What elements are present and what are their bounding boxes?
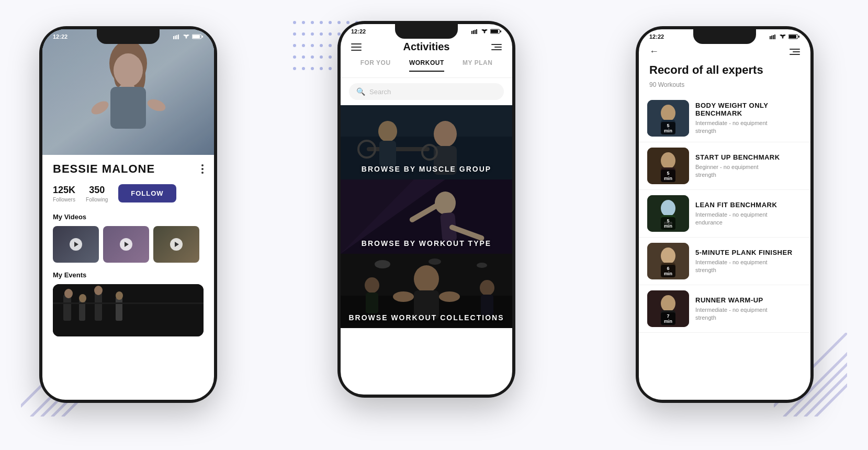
browse-card-collections[interactable]: BROWSE WORKOUT COLLECTIONS: [341, 254, 512, 328]
profile-hero: [42, 29, 214, 155]
svg-rect-43: [476, 29, 477, 34]
workout-thumb-4: 6min: [647, 243, 689, 279]
record-page-title: Record of all experts: [639, 63, 810, 81]
phone3-status-time: 12:22: [649, 33, 664, 40]
profile-stats: 125K Followers 350 Following FOLLOW: [53, 184, 204, 203]
svg-point-44: [484, 32, 486, 33]
my-events-title: My Events: [53, 271, 204, 279]
workout-desc-4: Intermediate - no equipmentstrength: [695, 258, 802, 275]
video-thumb-3[interactable]: [153, 226, 199, 263]
profile-name-row: BESSIE MALONE: [53, 162, 204, 176]
browse-muscle-label: BROWSE BY MUSCLE GROUP: [341, 159, 512, 179]
follow-button[interactable]: FOLLOW: [118, 184, 176, 203]
workout-item[interactable]: min 5min LEAN FIT BENCHMARK Intermediate…: [639, 190, 810, 238]
svg-rect-40: [471, 31, 472, 34]
svg-rect-83: [774, 35, 775, 39]
svg-rect-39: [53, 284, 204, 336]
workout-count: 90 Workouts: [639, 81, 810, 95]
workout-desc-1: Intermediate - no equipmentstrength: [695, 119, 802, 136]
svg-rect-41: [473, 30, 474, 34]
phone2-status-time: 12:22: [351, 28, 366, 35]
phone3-status-icons: [770, 33, 800, 40]
events-banner[interactable]: DYNAMIC RESTORATIVE: [53, 284, 204, 336]
svg-point-84: [782, 37, 784, 39]
svg-rect-21: [173, 36, 174, 39]
svg-rect-20: [42, 29, 214, 155]
workout-name-2: START UP BENCHMARK: [695, 153, 802, 161]
following-count: 350: [86, 185, 108, 196]
workout-info-1: BODY WEIGHT ONLY BENCHMARK Intermediate …: [695, 102, 802, 136]
hamburger-icon[interactable]: [351, 43, 362, 51]
workout-thumb-3: min 5min: [647, 195, 689, 232]
search-placeholder: Search: [369, 88, 391, 96]
svg-rect-28: [202, 36, 203, 38]
video-thumb-1[interactable]: [53, 226, 99, 263]
svg-rect-82: [773, 35, 774, 39]
workout-item[interactable]: 7min RUNNER WARM-UP Intermediate - no eq…: [639, 285, 810, 333]
video-thumb-2[interactable]: [103, 226, 149, 263]
svg-rect-81: [771, 36, 772, 39]
workout-list: 5min BODY WEIGHT ONLY BENCHMARK Intermed…: [639, 95, 810, 397]
browse-collections-label: BROWSE WORKOUT COLLECTIONS: [341, 307, 512, 328]
svg-point-25: [186, 37, 187, 39]
svg-rect-47: [500, 30, 501, 32]
workout-name-3: LEAN FIT BENCHMARK: [695, 201, 802, 209]
svg-point-92: [661, 152, 675, 169]
workout-thumb-2: 5min: [647, 148, 689, 184]
svg-rect-23: [176, 35, 177, 39]
phone-profile: 12:22 BESSIE MALONE 125K Followers: [39, 26, 217, 403]
tab-workout[interactable]: WORKOUT: [409, 59, 444, 72]
activities-title: Activities: [403, 41, 450, 53]
workout-info-2: START UP BENCHMARK Beginner - no equipme…: [695, 153, 802, 179]
svg-rect-24: [178, 35, 179, 39]
list-view-icon[interactable]: [491, 44, 502, 50]
followers-label: Followers: [53, 197, 75, 203]
workout-thumb-1: 5min: [647, 100, 689, 137]
options-icon[interactable]: [201, 162, 204, 174]
workout-item[interactable]: 5min START UP BENCHMARK Beginner - no eq…: [639, 142, 810, 190]
browse-card-muscle[interactable]: BROWSE BY MUSCLE GROUP: [341, 105, 512, 179]
profile-name: BESSIE MALONE: [53, 162, 155, 176]
time-badge-5: 7min: [661, 312, 675, 325]
phone2-status-icons: [471, 28, 502, 35]
svg-point-95: [661, 200, 675, 217]
play-btn-3[interactable]: [170, 238, 183, 251]
time-badge-3: 5min: [661, 217, 675, 230]
svg-rect-22: [175, 36, 176, 39]
phone-activities: 12:22 Activities FOR YOU WORKOUT MY PLAN: [337, 21, 515, 398]
svg-rect-80: [770, 36, 771, 39]
tab-my-plan[interactable]: MY PLAN: [463, 59, 492, 71]
svg-rect-42: [475, 30, 476, 34]
svg-point-102: [661, 295, 675, 312]
time-badge-2: 5min: [661, 170, 675, 182]
video-grid: [53, 226, 204, 263]
svg-rect-27: [193, 35, 200, 38]
time-badge-4: 6min: [661, 265, 675, 277]
phone1-status-time: 12:22: [53, 33, 67, 40]
browse-card-workout-type[interactable]: BROWSE BY WORKOUT TYPE: [341, 179, 512, 254]
workout-name-1: BODY WEIGHT ONLY BENCHMARK: [695, 102, 802, 117]
phone-record: 12:22 ← Record of all experts 90 Workout…: [636, 26, 814, 403]
browse-cards: BROWSE BY MUSCLE GROUP: [341, 105, 512, 328]
time-badge-1: 5min: [661, 122, 675, 134]
following-label: Following: [86, 197, 108, 203]
browse-workout-type-label: BROWSE BY WORKOUT TYPE: [341, 233, 512, 254]
my-videos-title: My Videos: [53, 213, 204, 221]
workout-desc-3: Intermediate - no equipmentendurance: [695, 211, 802, 227]
play-btn-2[interactable]: [120, 238, 132, 251]
back-icon[interactable]: ←: [649, 46, 659, 57]
svg-rect-87: [798, 36, 799, 38]
svg-rect-46: [491, 30, 498, 33]
search-icon: 🔍: [356, 87, 365, 96]
workout-item[interactable]: 6min 5-MINUTE PLANK FINISHER Intermediat…: [639, 238, 810, 285]
play-btn-1[interactable]: [70, 238, 82, 251]
workout-name-4: 5-MINUTE PLANK FINISHER: [695, 249, 802, 256]
tab-for-you[interactable]: FOR YOU: [360, 59, 391, 71]
workout-desc-2: Beginner - no equipmentstrength: [695, 163, 802, 179]
record-list-icon[interactable]: [790, 49, 800, 55]
workout-info-4: 5-MINUTE PLANK FINISHER Intermediate - n…: [695, 249, 802, 275]
search-bar[interactable]: 🔍 Search: [349, 83, 504, 100]
workout-item[interactable]: 5min BODY WEIGHT ONLY BENCHMARK Intermed…: [639, 95, 810, 142]
followers-stat: 125K Followers: [53, 185, 75, 203]
svg-point-89: [661, 105, 675, 121]
